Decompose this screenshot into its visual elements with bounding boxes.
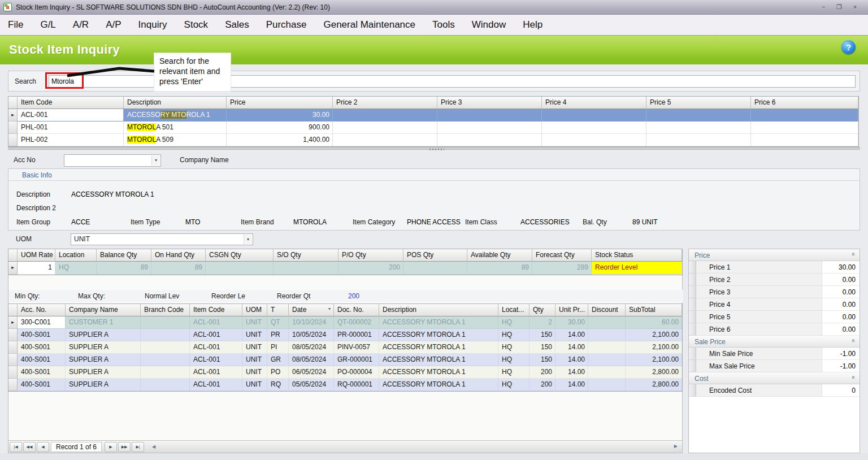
panel-row: Max Sale Price-1.00 (689, 360, 860, 372)
prev-record-button[interactable]: ◀ (37, 442, 49, 452)
result-price4 (542, 109, 646, 121)
txn-header-qty[interactable]: Qty (530, 304, 555, 316)
results-header-price4[interactable]: Price 4 (542, 97, 646, 109)
transaction-row[interactable]: ▸300-C001CUSTOMER 1ACL-001UNITQT10/10/20… (8, 316, 682, 329)
detail-panel: UOM Rate Location Balance Qty On Hand Qt… (8, 249, 683, 453)
txn-header-doc_no[interactable]: Doc. No. (334, 304, 379, 316)
results-header-description[interactable]: Description (124, 97, 227, 109)
uom-combobox[interactable]: UNIT ▾ (71, 233, 253, 245)
bal-qty-value: 89 UNIT (632, 218, 658, 226)
txn-header-t[interactable]: T (267, 304, 289, 316)
txn-header-loc[interactable]: Locat... (498, 304, 530, 316)
uom-header-csgn[interactable]: CSGN Qty (206, 249, 274, 262)
txn-cell-branch (141, 316, 190, 329)
acc-no-combobox[interactable]: ▾ (64, 154, 161, 167)
txn-cell-date: 06/05/2024 (289, 366, 334, 379)
transaction-row[interactable]: 400-S001SUPPLIER AACL-001UNITGR08/05/202… (8, 354, 682, 366)
panel-section-header-cost[interactable]: Cost» (689, 372, 860, 384)
row-indicator (689, 261, 696, 274)
uom-data-row[interactable]: ▸ 1 HQ 89 89 200 89 289 Reorder Level (8, 262, 682, 275)
results-header-indicator (8, 97, 18, 109)
minimize-button[interactable]: − (818, 3, 828, 11)
txn-cell-unit_pr: 14.00 (555, 366, 588, 379)
uom-header-forecast[interactable]: Forecast Qty (532, 249, 592, 262)
chevron-down-icon[interactable]: ▾ (244, 235, 252, 244)
collapse-chevron-icon[interactable]: » (849, 376, 856, 379)
uom-header-balance[interactable]: Balance Qty (97, 249, 151, 262)
result-row-selected[interactable]: ▸ ACL-001 ACCESSORY MTOROLA 1 30.00 (8, 109, 858, 121)
last-record-button[interactable]: ▶| (132, 442, 144, 452)
results-header-price6[interactable]: Price 6 (751, 97, 858, 109)
reorder-level-label: Reorder Le (211, 292, 245, 300)
txn-header-date[interactable]: Date▾ (289, 304, 334, 316)
menu-gl[interactable]: G/L (32, 15, 64, 35)
close-button[interactable]: × (850, 3, 860, 11)
record-navigator: |◀ ◀◀ ◀ Record 1 of 6 ▶ ▶▶ ▶| ◀ ▶ (8, 440, 682, 453)
panel-section-header-price[interactable]: Price» (689, 249, 860, 261)
result-description: MTOROLA 501 (124, 121, 227, 134)
transaction-row[interactable]: 400-S001SUPPLIER AACL-001UNITPI08/05/202… (8, 341, 682, 354)
txn-cell-uom: UNIT (242, 379, 267, 391)
splitter-bar[interactable] (8, 147, 860, 151)
menu-purchase[interactable]: Purchase (258, 15, 315, 35)
menu-window[interactable]: Window (463, 15, 514, 35)
transaction-row[interactable]: 400-S001SUPPLIER AACL-001UNITPO06/05/202… (8, 366, 682, 379)
menu-ar[interactable]: A/R (64, 15, 97, 35)
result-price3 (437, 121, 542, 134)
transaction-row[interactable]: 400-S001SUPPLIER AACL-001UNITRQ05/05/202… (8, 379, 682, 391)
chevron-down-icon[interactable]: ▾ (151, 155, 160, 166)
txn-header-company[interactable]: Company Name (66, 304, 141, 316)
uom-header-location[interactable]: Location (55, 249, 97, 262)
menu-tools[interactable]: Tools (424, 15, 463, 35)
results-header-price3[interactable]: Price 3 (437, 97, 542, 109)
result-row[interactable]: PHL-002 MTOROLA 509 1,400.00 (8, 134, 858, 146)
uom-header-pos[interactable]: POS Qty (403, 249, 467, 262)
txn-header-subtotal[interactable]: SubTotal (626, 304, 682, 316)
txn-header-uom[interactable]: UOM (242, 304, 267, 316)
uom-header-po[interactable]: P/O Qty (338, 249, 403, 262)
results-header-price2[interactable]: Price 2 (333, 97, 437, 109)
txn-header-item_code[interactable]: Item Code (190, 304, 242, 316)
result-row[interactable]: PHL-001 MTOROLA 501 900.00 (8, 121, 858, 134)
txn-header-desc[interactable]: Description (379, 304, 498, 316)
txn-cell-uom: UNIT (242, 354, 267, 366)
txn-cell-desc: ACCESSORY MTOROLA 1 (379, 366, 498, 379)
menu-file[interactable]: File (0, 15, 32, 35)
restore-button[interactable]: ❐ (834, 3, 844, 11)
menu-stock[interactable]: Stock (176, 15, 217, 35)
panel-section-header-sale-price[interactable]: Sale Price» (689, 336, 860, 348)
menu-help[interactable]: Help (514, 15, 551, 35)
results-header-price5[interactable]: Price 5 (646, 97, 751, 109)
uom-header-rate[interactable]: UOM Rate (18, 249, 55, 262)
uom-header-status[interactable]: Stock Status (592, 249, 682, 262)
txn-cell-doc_no: PO-000004 (334, 366, 379, 379)
txn-header-disc[interactable]: Discount (588, 304, 626, 316)
scroll-right-icon[interactable]: ▶ (674, 444, 678, 449)
menu-inquiry[interactable]: Inquiry (130, 15, 176, 35)
prev-page-button[interactable]: ◀◀ (23, 442, 36, 452)
results-header-price[interactable]: Price (227, 97, 333, 109)
uom-header-so[interactable]: S/O Qty (274, 249, 338, 262)
transaction-row[interactable]: 400-S001SUPPLIER AACL-001UNITPR10/05/202… (8, 329, 682, 341)
next-page-button[interactable]: ▶▶ (118, 442, 131, 452)
first-record-button[interactable]: |◀ (10, 442, 22, 452)
next-record-button[interactable]: ▶ (105, 442, 117, 452)
help-icon[interactable]: ? (841, 40, 856, 54)
search-group: Search (8, 71, 860, 92)
collapse-chevron-icon[interactable]: » (849, 339, 856, 342)
txn-header-acc_no[interactable]: Acc. No. (18, 304, 66, 316)
txn-cell-acc_no: 400-S001 (18, 329, 66, 341)
uom-header-available[interactable]: Available Qty (467, 249, 532, 262)
results-header-item-code[interactable]: Item Code (18, 97, 124, 109)
txn-header-branch[interactable]: Branch Code (141, 304, 190, 316)
title-bar[interactable]: a Stock Item Inquiry - SL SOFTWARE SOLUT… (0, 0, 868, 15)
menu-general-maintenance[interactable]: General Maintenance (315, 15, 424, 35)
txn-cell-unit_pr: 30.00 (555, 316, 588, 329)
scroll-left-icon[interactable]: ◀ (152, 444, 155, 449)
txn-header-unit_pr[interactable]: Unit Pr... (555, 304, 588, 316)
menu-sales[interactable]: Sales (216, 15, 258, 35)
menu-ap[interactable]: A/P (97, 15, 129, 35)
collapse-chevron-icon[interactable]: » (849, 253, 856, 256)
sort-icon[interactable]: ▾ (328, 306, 331, 311)
uom-header-onhand[interactable]: On Hand Qty (151, 249, 206, 262)
